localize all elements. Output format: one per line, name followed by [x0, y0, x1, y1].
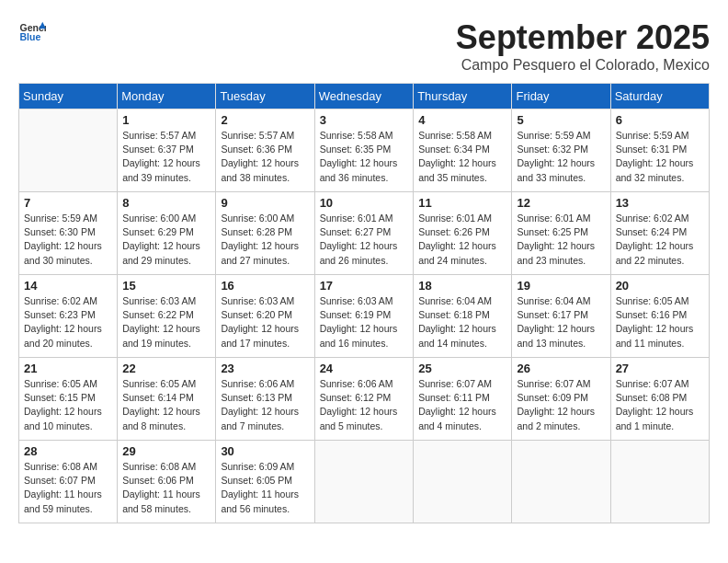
calendar-cell: 28Sunrise: 6:08 AM Sunset: 6:07 PM Dayli… — [19, 441, 118, 523]
calendar-cell: 30Sunrise: 6:09 AM Sunset: 6:05 PM Dayli… — [216, 441, 314, 523]
calendar-cell: 17Sunrise: 6:03 AM Sunset: 6:19 PM Dayli… — [314, 275, 414, 358]
day-info: Sunrise: 6:00 AM Sunset: 6:29 PM Dayligh… — [122, 212, 210, 268]
day-info: Sunrise: 6:02 AM Sunset: 6:24 PM Dayligh… — [616, 212, 704, 268]
day-info: Sunrise: 6:05 AM Sunset: 6:15 PM Dayligh… — [24, 377, 112, 433]
calendar-cell: 1Sunrise: 5:57 AM Sunset: 6:37 PM Daylig… — [118, 109, 216, 192]
calendar-cell: 10Sunrise: 6:01 AM Sunset: 6:27 PM Dayli… — [314, 192, 414, 275]
day-info: Sunrise: 6:09 AM Sunset: 6:05 PM Dayligh… — [221, 460, 309, 516]
day-number: 23 — [221, 362, 309, 375]
day-number: 21 — [24, 362, 112, 375]
day-header-friday: Friday — [512, 84, 610, 109]
day-info: Sunrise: 6:08 AM Sunset: 6:07 PM Dayligh… — [24, 460, 112, 516]
day-number: 29 — [122, 444, 210, 458]
day-info: Sunrise: 6:07 AM Sunset: 6:08 PM Dayligh… — [616, 377, 704, 433]
calendar-cell: 23Sunrise: 6:06 AM Sunset: 6:13 PM Dayli… — [216, 358, 314, 441]
day-number: 15 — [122, 279, 210, 293]
day-number: 19 — [517, 279, 605, 293]
calendar-cell: 3Sunrise: 5:58 AM Sunset: 6:35 PM Daylig… — [314, 109, 414, 192]
logo: General Blue — [18, 18, 46, 46]
header: General Blue September 2025 Campo Pesque… — [18, 18, 710, 74]
day-number: 24 — [320, 362, 409, 375]
subtitle: Campo Pesquero el Colorado, Mexico — [456, 57, 710, 74]
day-info: Sunrise: 5:59 AM Sunset: 6:31 PM Dayligh… — [616, 129, 704, 185]
calendar-table: SundayMondayTuesdayWednesdayThursdayFrid… — [18, 83, 710, 523]
day-info: Sunrise: 6:02 AM Sunset: 6:23 PM Dayligh… — [24, 294, 112, 350]
day-number: 28 — [24, 444, 112, 458]
day-info: Sunrise: 6:06 AM Sunset: 6:12 PM Dayligh… — [320, 377, 409, 433]
calendar-cell: 8Sunrise: 6:00 AM Sunset: 6:29 PM Daylig… — [118, 192, 216, 275]
day-info: Sunrise: 6:07 AM Sunset: 6:09 PM Dayligh… — [517, 377, 605, 433]
day-number: 30 — [221, 444, 309, 458]
day-number: 26 — [517, 362, 605, 375]
day-info: Sunrise: 6:08 AM Sunset: 6:06 PM Dayligh… — [122, 460, 210, 516]
day-number: 3 — [320, 113, 409, 127]
day-number: 27 — [616, 362, 704, 375]
day-number: 6 — [616, 113, 704, 127]
calendar-cell: 26Sunrise: 6:07 AM Sunset: 6:09 PM Dayli… — [512, 358, 610, 441]
day-number: 4 — [418, 113, 506, 127]
calendar-cell: 20Sunrise: 6:05 AM Sunset: 6:16 PM Dayli… — [610, 275, 709, 358]
month-title: September 2025 — [456, 18, 710, 57]
day-info: Sunrise: 5:58 AM Sunset: 6:35 PM Dayligh… — [320, 129, 409, 185]
day-header-wednesday: Wednesday — [314, 84, 414, 109]
day-info: Sunrise: 6:06 AM Sunset: 6:13 PM Dayligh… — [221, 377, 309, 433]
day-info: Sunrise: 6:05 AM Sunset: 6:16 PM Dayligh… — [616, 294, 704, 350]
calendar-cell: 27Sunrise: 6:07 AM Sunset: 6:08 PM Dayli… — [610, 358, 709, 441]
day-number: 20 — [616, 279, 704, 293]
day-header-tuesday: Tuesday — [216, 84, 314, 109]
day-info: Sunrise: 5:58 AM Sunset: 6:34 PM Dayligh… — [418, 129, 506, 185]
day-info: Sunrise: 6:00 AM Sunset: 6:28 PM Dayligh… — [221, 212, 309, 268]
day-header-sunday: Sunday — [19, 84, 118, 109]
day-info: Sunrise: 6:05 AM Sunset: 6:14 PM Dayligh… — [122, 377, 210, 433]
day-number: 13 — [616, 196, 704, 210]
calendar-cell: 29Sunrise: 6:08 AM Sunset: 6:06 PM Dayli… — [118, 441, 216, 523]
calendar-cell: 14Sunrise: 6:02 AM Sunset: 6:23 PM Dayli… — [19, 275, 118, 358]
day-number: 16 — [221, 279, 309, 293]
day-number: 2 — [221, 113, 309, 127]
calendar-cell: 9Sunrise: 6:00 AM Sunset: 6:28 PM Daylig… — [216, 192, 314, 275]
day-info: Sunrise: 6:03 AM Sunset: 6:20 PM Dayligh… — [221, 294, 309, 350]
day-number: 1 — [122, 113, 210, 127]
calendar-cell: 12Sunrise: 6:01 AM Sunset: 6:25 PM Dayli… — [512, 192, 610, 275]
day-number: 5 — [517, 113, 605, 127]
day-number: 11 — [418, 196, 506, 210]
day-header-monday: Monday — [118, 84, 216, 109]
day-info: Sunrise: 6:04 AM Sunset: 6:17 PM Dayligh… — [517, 294, 605, 350]
day-number: 7 — [24, 196, 112, 210]
day-info: Sunrise: 5:57 AM Sunset: 6:37 PM Dayligh… — [122, 129, 210, 185]
day-number: 9 — [221, 196, 309, 210]
day-number: 17 — [320, 279, 409, 293]
calendar-cell: 24Sunrise: 6:06 AM Sunset: 6:12 PM Dayli… — [314, 358, 414, 441]
calendar-cell: 25Sunrise: 6:07 AM Sunset: 6:11 PM Dayli… — [414, 358, 512, 441]
day-info: Sunrise: 6:03 AM Sunset: 6:19 PM Dayligh… — [320, 294, 409, 350]
calendar-cell: 16Sunrise: 6:03 AM Sunset: 6:20 PM Dayli… — [216, 275, 314, 358]
calendar-cell — [414, 441, 512, 523]
day-header-saturday: Saturday — [610, 84, 709, 109]
day-info: Sunrise: 6:01 AM Sunset: 6:27 PM Dayligh… — [320, 212, 409, 268]
day-info: Sunrise: 6:03 AM Sunset: 6:22 PM Dayligh… — [122, 294, 210, 350]
day-number: 8 — [122, 196, 210, 210]
day-number: 12 — [517, 196, 605, 210]
calendar-cell — [19, 109, 118, 192]
calendar-cell: 4Sunrise: 5:58 AM Sunset: 6:34 PM Daylig… — [414, 109, 512, 192]
calendar-cell: 22Sunrise: 6:05 AM Sunset: 6:14 PM Dayli… — [118, 358, 216, 441]
day-info: Sunrise: 5:57 AM Sunset: 6:36 PM Dayligh… — [221, 129, 309, 185]
day-info: Sunrise: 6:01 AM Sunset: 6:26 PM Dayligh… — [418, 212, 506, 268]
day-number: 10 — [320, 196, 409, 210]
calendar-cell: 21Sunrise: 6:05 AM Sunset: 6:15 PM Dayli… — [19, 358, 118, 441]
calendar-cell: 7Sunrise: 5:59 AM Sunset: 6:30 PM Daylig… — [19, 192, 118, 275]
calendar-cell — [512, 441, 610, 523]
day-info: Sunrise: 6:04 AM Sunset: 6:18 PM Dayligh… — [418, 294, 506, 350]
day-number: 18 — [418, 279, 506, 293]
logo-icon: General Blue — [18, 18, 46, 46]
day-info: Sunrise: 5:59 AM Sunset: 6:30 PM Dayligh… — [24, 212, 112, 268]
calendar-cell: 18Sunrise: 6:04 AM Sunset: 6:18 PM Dayli… — [414, 275, 512, 358]
day-number: 14 — [24, 279, 112, 293]
calendar-cell: 5Sunrise: 5:59 AM Sunset: 6:32 PM Daylig… — [512, 109, 610, 192]
day-info: Sunrise: 6:01 AM Sunset: 6:25 PM Dayligh… — [517, 212, 605, 268]
calendar-cell — [610, 441, 709, 523]
day-info: Sunrise: 6:07 AM Sunset: 6:11 PM Dayligh… — [418, 377, 506, 433]
day-info: Sunrise: 5:59 AM Sunset: 6:32 PM Dayligh… — [517, 129, 605, 185]
calendar-cell: 15Sunrise: 6:03 AM Sunset: 6:22 PM Dayli… — [118, 275, 216, 358]
calendar-cell: 19Sunrise: 6:04 AM Sunset: 6:17 PM Dayli… — [512, 275, 610, 358]
